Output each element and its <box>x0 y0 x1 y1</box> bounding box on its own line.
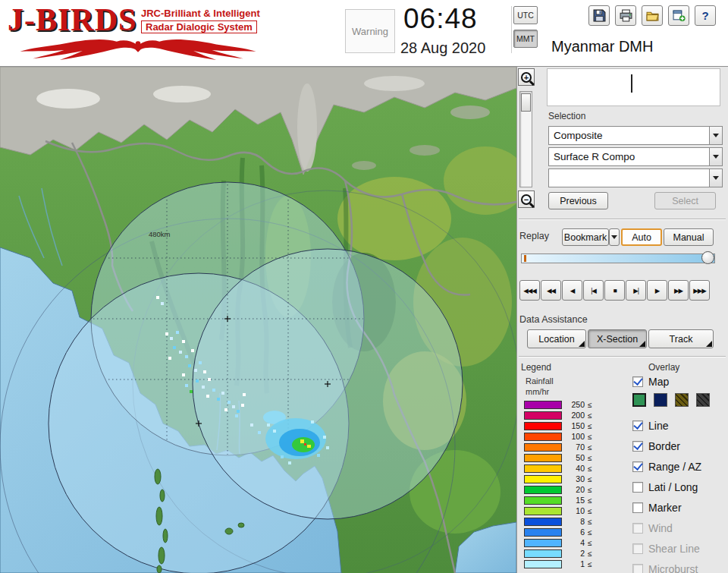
chevron-down-icon <box>713 134 719 137</box>
legend-operator: ≤ <box>588 475 592 483</box>
overlay-item-range-az[interactable]: Range / AZ <box>632 459 701 474</box>
logo-subtitle-line2: Radar Dialogic System <box>141 20 257 33</box>
auto-replay-button[interactable]: Auto <box>621 228 662 246</box>
chevron-down-icon <box>713 176 719 180</box>
x-section-button[interactable]: X-Section <box>588 329 647 348</box>
header-bar: J-BIRDS JRC-Brilliant & Intelligent Rada… <box>0 0 728 67</box>
step-back-button[interactable]: |◀ <box>583 280 604 301</box>
station-input[interactable] <box>547 68 720 106</box>
step-forward-button[interactable]: ▶| <box>626 280 646 301</box>
legend-color-swatch <box>524 433 562 441</box>
map-style-swatches <box>632 393 710 407</box>
logo-subtitle-line1: JRC-Brilliant & Intelligent <box>141 8 260 19</box>
legend-value: 4 <box>565 539 585 547</box>
play-reverse-button[interactable]: ◀ <box>562 280 582 301</box>
overlay-item-label: Line <box>648 420 668 432</box>
help-icon: ? <box>701 9 708 22</box>
legend-unit-line1: Rainfall <box>526 376 554 386</box>
open-folder-icon <box>646 9 659 22</box>
range-ring-label: 480km <box>149 230 171 238</box>
overlay-item-label: Wind <box>648 522 673 534</box>
combo-value: Composite <box>548 126 710 145</box>
mmt-button[interactable]: MMT <box>513 30 538 48</box>
checkbox[interactable] <box>632 376 643 387</box>
rewind-button[interactable]: ◀◀ <box>541 280 561 301</box>
help-button[interactable]: ? <box>695 5 716 26</box>
overlay-item-label: Border <box>648 440 680 452</box>
overlay-item-label: Range / AZ <box>648 461 701 473</box>
overlay-item-border[interactable]: Border <box>632 439 680 454</box>
corner-triangle-icon <box>639 341 645 347</box>
zoom-slider-thumb[interactable] <box>521 93 531 112</box>
export-button[interactable] <box>668 5 689 26</box>
overlay-item-line[interactable]: Line <box>632 418 668 433</box>
button-label: Track <box>670 334 693 345</box>
combo-dropdown-button[interactable] <box>710 126 723 145</box>
legend-operator: ≤ <box>588 539 592 547</box>
save-button[interactable] <box>588 5 610 26</box>
zoom-slider[interactable] <box>519 91 532 187</box>
legend-value: 70 <box>565 443 585 452</box>
play-button[interactable]: ▶ <box>647 280 667 301</box>
replay-slider-thumb[interactable] <box>701 251 714 264</box>
overlay-item-microburst: Microburst <box>632 562 698 573</box>
toolbar: ? <box>588 5 716 26</box>
legend-operator: ≤ <box>588 401 592 409</box>
checkbox[interactable] <box>632 441 643 452</box>
legend-operator: ≤ <box>588 507 592 515</box>
checkbox[interactable] <box>632 482 643 493</box>
legend-operator: ≤ <box>588 443 592 452</box>
map-style-swatch-dark[interactable] <box>654 393 667 407</box>
overlay-item-map[interactable]: Map <box>632 374 669 389</box>
save-icon <box>593 9 606 22</box>
zoom-out-button[interactable]: − <box>518 190 535 208</box>
checkbox[interactable] <box>632 502 643 513</box>
open-folder-button[interactable] <box>642 5 663 26</box>
zoom-in-button[interactable]: + <box>518 68 535 86</box>
track-button[interactable]: Track <box>648 329 714 348</box>
product-combo-3[interactable] <box>548 168 723 187</box>
legend-value: 30 <box>565 475 585 483</box>
bookmark-dropdown-button[interactable] <box>609 228 620 246</box>
legend-value: 15 <box>565 496 585 505</box>
stop-button[interactable]: ■ <box>604 280 625 301</box>
select-button[interactable]: Select <box>654 192 716 209</box>
checkbox <box>632 543 643 554</box>
legend-value: 10 <box>565 507 585 515</box>
legend-value: 2 <box>565 549 585 558</box>
product-combo-2[interactable]: Surface R Compo <box>548 147 723 166</box>
warning-indicator[interactable]: Warning <box>345 9 395 53</box>
utc-button[interactable]: UTC <box>513 6 538 24</box>
legend-operator: ≤ <box>588 433 592 441</box>
replay-timeline-slider[interactable] <box>521 253 715 263</box>
map-style-swatch-gray[interactable] <box>696 393 710 407</box>
divider <box>519 219 726 220</box>
legend-color-swatch <box>524 539 562 547</box>
previous-button[interactable]: Previous <box>548 192 608 209</box>
jbirds-app: J-BIRDS JRC-Brilliant & Intelligent Rada… <box>0 0 728 573</box>
checkbox[interactable] <box>632 420 643 431</box>
fast-rewind-button[interactable]: ◀◀◀ <box>519 280 540 301</box>
combo-dropdown-button[interactable] <box>710 168 723 187</box>
legend-color-swatch <box>524 454 562 462</box>
selection-label: Selection <box>548 111 585 121</box>
chevron-down-icon <box>713 155 719 159</box>
legend-operator: ≤ <box>588 411 592 420</box>
bookmark-button[interactable]: Bookmark <box>562 228 609 246</box>
fast-forward-button[interactable]: ▶▶ <box>668 280 689 301</box>
eagle-logo-icon <box>9 38 267 64</box>
overlay-item-lati-long[interactable]: Lati / Long <box>632 480 698 495</box>
manual-replay-button[interactable]: Manual <box>664 228 714 246</box>
legend-color-swatch <box>524 443 562 452</box>
location-button[interactable]: Location <box>527 329 586 348</box>
skip-forward-button[interactable]: ▶▶▶ <box>689 280 710 301</box>
overlay-item-marker[interactable]: Marker <box>632 500 682 515</box>
map-style-swatch-terrain[interactable] <box>632 393 646 407</box>
radar-map-view[interactable]: 480km <box>0 67 516 573</box>
map-style-swatch-olive[interactable] <box>675 393 689 407</box>
combo-dropdown-button[interactable] <box>710 147 723 166</box>
product-combo-1[interactable]: Composite <box>548 126 723 145</box>
print-button[interactable] <box>615 5 636 26</box>
checkbox[interactable] <box>632 461 643 472</box>
checkbox <box>632 564 643 573</box>
